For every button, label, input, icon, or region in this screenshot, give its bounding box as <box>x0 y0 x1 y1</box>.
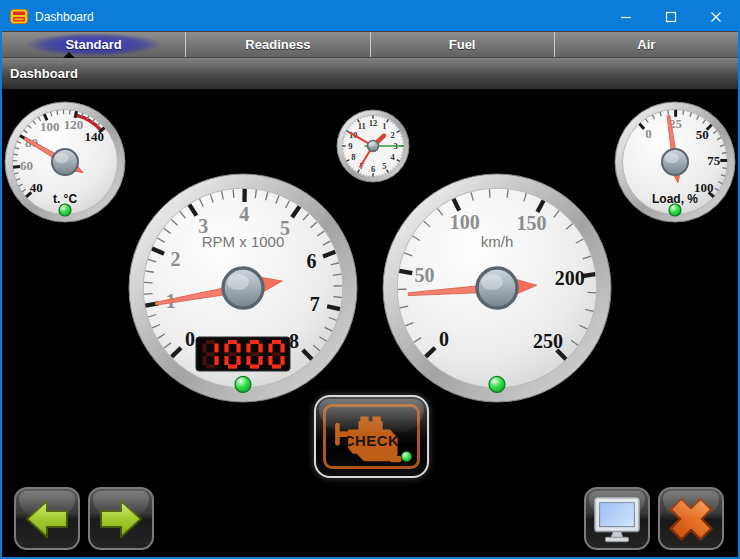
engine-load-gauge: 0255075100Load, % <box>613 100 737 228</box>
svg-text:100: 100 <box>450 211 480 233</box>
monitor-button[interactable] <box>584 487 650 550</box>
right-arrow-icon <box>97 497 145 541</box>
svg-text:100: 100 <box>40 119 60 134</box>
monitor-icon <box>590 494 644 544</box>
prev-button[interactable] <box>14 487 80 550</box>
tab-standard[interactable]: Standard <box>2 32 186 57</box>
svg-text:2: 2 <box>391 130 395 140</box>
svg-text:4: 4 <box>239 203 249 225</box>
obd2-app-icon <box>10 9 28 24</box>
close-window-button[interactable] <box>693 2 738 31</box>
speed-gauge: 050100150200250km/h <box>381 172 613 408</box>
svg-text:250: 250 <box>533 330 563 352</box>
close-x-icon <box>664 492 718 546</box>
svg-text:120: 120 <box>64 117 84 132</box>
speed-gauge-graphic: 050100150200250km/h <box>381 172 613 404</box>
svg-text:150: 150 <box>517 212 547 234</box>
svg-text:0: 0 <box>185 328 195 350</box>
status-led <box>59 204 71 216</box>
load-gauge-graphic: 0255075100Load, % <box>613 100 737 224</box>
check-engine-frame: CHECK <box>323 404 420 469</box>
svg-text:6: 6 <box>306 250 316 272</box>
section-header: Dashboard <box>2 58 738 89</box>
svg-text:8: 8 <box>289 330 299 352</box>
dashboard-content: 406080100120140t. °C 123456789101112 025… <box>2 89 738 557</box>
svg-text:12: 12 <box>369 118 378 128</box>
status-led <box>669 204 681 216</box>
svg-text:8: 8 <box>351 152 355 162</box>
tab-air[interactable]: Air <box>555 32 738 57</box>
svg-text:7: 7 <box>310 293 320 315</box>
check-engine-button[interactable]: CHECK <box>314 395 429 478</box>
svg-text:CHECK: CHECK <box>344 432 399 449</box>
svg-text:km/h: km/h <box>481 233 514 250</box>
tab-bar: Standard Readiness Fuel Air <box>2 31 738 58</box>
next-button[interactable] <box>88 487 154 550</box>
temp-gauge-graphic: 406080100120140t. °C <box>3 100 127 224</box>
section-title: Dashboard <box>10 66 78 81</box>
dashboard-window: Dashboard Standard Readiness Fuel Air Da… <box>0 0 740 559</box>
rpm-gauge: 012345678RPM x 1000 <box>127 172 359 408</box>
svg-text:40: 40 <box>30 180 43 195</box>
check-led <box>401 451 412 462</box>
coolant-temp-gauge: 406080100120140t. °C <box>3 100 127 228</box>
svg-text:2: 2 <box>171 248 181 270</box>
window-controls <box>603 2 738 31</box>
svg-text:11: 11 <box>358 121 366 131</box>
svg-text:5: 5 <box>382 161 386 171</box>
svg-text:6: 6 <box>371 164 375 174</box>
minimize-button[interactable] <box>603 2 648 31</box>
window-title: Dashboard <box>35 10 603 24</box>
maximize-button[interactable] <box>648 2 693 31</box>
svg-text:0: 0 <box>439 328 449 350</box>
left-arrow-icon <box>23 497 71 541</box>
svg-text:50: 50 <box>696 127 709 142</box>
rpm-gauge-graphic: 012345678RPM x 1000 <box>127 172 359 404</box>
svg-text:RPM x 1000: RPM x 1000 <box>202 233 285 250</box>
active-tab-indicator-icon <box>63 52 75 58</box>
title-bar: Dashboard <box>2 2 738 31</box>
svg-text:60: 60 <box>20 158 33 173</box>
svg-text:75: 75 <box>707 153 721 168</box>
svg-text:9: 9 <box>348 141 352 151</box>
svg-text:0: 0 <box>645 126 652 141</box>
status-led <box>235 376 251 392</box>
status-led <box>489 376 505 392</box>
svg-text:140: 140 <box>84 129 104 144</box>
svg-text:50: 50 <box>415 264 435 286</box>
exit-button[interactable] <box>658 487 724 550</box>
tab-readiness[interactable]: Readiness <box>186 32 370 57</box>
svg-text:4: 4 <box>391 152 396 162</box>
tab-fuel[interactable]: Fuel <box>371 32 555 57</box>
rpm-digital-display <box>196 337 290 371</box>
svg-text:200: 200 <box>555 267 585 289</box>
svg-text:1: 1 <box>382 121 386 131</box>
